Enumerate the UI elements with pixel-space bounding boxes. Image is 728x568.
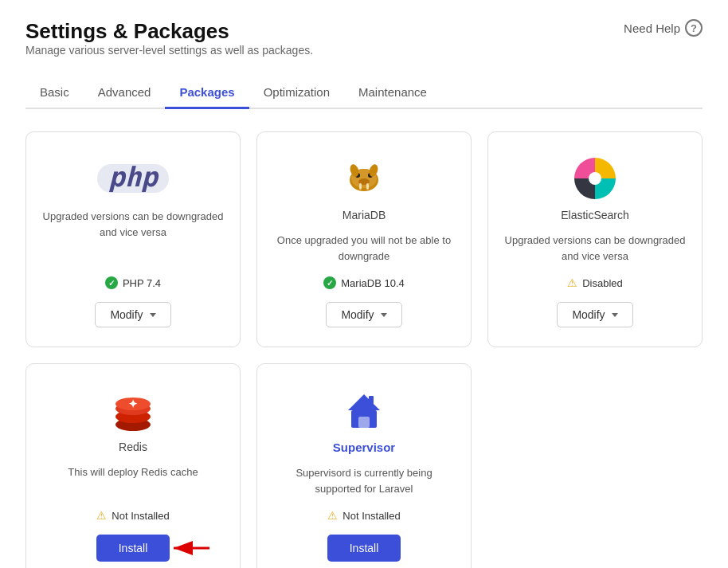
svg-rect-23 [358,417,370,428]
package-card-supervisor: Supervisor Supervisord is currently bein… [256,363,472,568]
redis-logo: ✦ [109,386,157,434]
mariadb-status-text: MariaDB 10.4 [341,277,404,289]
supervisor-name-label: Supervisor [333,441,395,454]
tab-advanced[interactable]: Advanced [84,77,166,109]
elasticsearch-logo [571,155,619,202]
tab-bar: Basic Advanced Packages Optimization Mai… [25,77,703,109]
chevron-down-icon [612,313,618,317]
need-help-button[interactable]: Need Help ? [624,19,703,37]
svg-marker-20 [348,394,380,410]
svg-text:php: php [108,161,159,193]
package-card-mariadb: MariaDB Once upgraded you will not be ab… [256,131,472,347]
redis-name: Redis [119,441,147,453]
elasticsearch-name: ElasticSearch [561,209,629,221]
mariadb-logo [340,155,388,202]
package-card-elasticsearch: ElasticSearch Upgraded versions can be d… [487,131,703,347]
redis-status-icon: ⚠ [96,509,107,522]
packages-row-2: ✦ Redis This will deploy Redis cache ⚠ N… [25,363,703,568]
mariadb-description: Once upgraded you will not be able to do… [273,233,455,264]
supervisor-install-button[interactable]: Install [327,535,401,562]
tab-basic[interactable]: Basic [25,77,84,109]
tab-maintenance[interactable]: Maintenance [344,77,441,109]
mariadb-status: MariaDB 10.4 [323,276,404,289]
need-help-label: Need Help [624,22,680,35]
redis-install-button[interactable]: Install [96,535,170,562]
elasticsearch-description: Upgraded versions can be downgraded and … [504,233,686,264]
redis-status-text: Not Installed [112,510,169,522]
svg-rect-24 [369,396,374,404]
supervisor-logo [340,386,388,434]
php-status: PHP 7.4 [105,276,161,289]
tab-optimization[interactable]: Optimization [249,77,344,109]
supervisor-status-text: Not Installed [342,510,400,522]
chevron-down-icon [150,313,156,317]
php-status-icon [105,276,118,289]
redis-install-arrow [166,536,209,560]
help-icon: ? [685,19,703,37]
chevron-down-icon [381,313,387,317]
tab-packages[interactable]: Packages [165,77,249,109]
svg-text:✦: ✦ [128,398,138,410]
package-card-redis: ✦ Redis This will deploy Redis cache ⚠ N… [25,363,241,568]
package-card-php: php Upgraded versions can be downgraded … [25,131,241,347]
svg-rect-21 [346,409,351,425]
redis-description: This will deploy Redis cache [68,464,198,496]
php-status-text: PHP 7.4 [123,277,161,289]
supervisor-status-icon: ⚠ [327,509,338,522]
packages-row-1: php Upgraded versions can be downgraded … [25,131,703,347]
page-title: Settings & Packages [25,19,313,44]
supervisor-status: ⚠ Not Installed [327,509,400,522]
php-description: Upgraded versions can be downgraded and … [42,209,224,264]
page-subtitle: Manage various server-level settings as … [25,44,313,57]
php-logo: php [93,155,173,202]
redis-status: ⚠ Not Installed [96,509,169,522]
elasticsearch-status: ⚠ Disabled [567,276,623,289]
elasticsearch-status-text: Disabled [582,277,623,289]
svg-point-12 [589,172,601,185]
svg-rect-9 [359,183,362,190]
redis-install-wrapper: Install [96,535,170,562]
elasticsearch-modify-button[interactable]: Modify [557,302,632,327]
mariadb-name: MariaDB [342,209,386,221]
mariadb-modify-button[interactable]: Modify [326,302,401,327]
mariadb-status-icon [323,276,336,289]
svg-rect-10 [366,183,369,190]
elasticsearch-status-icon: ⚠ [567,276,577,289]
php-modify-button[interactable]: Modify [95,302,170,327]
supervisor-description: Supervisord is currently being supported… [273,465,455,496]
